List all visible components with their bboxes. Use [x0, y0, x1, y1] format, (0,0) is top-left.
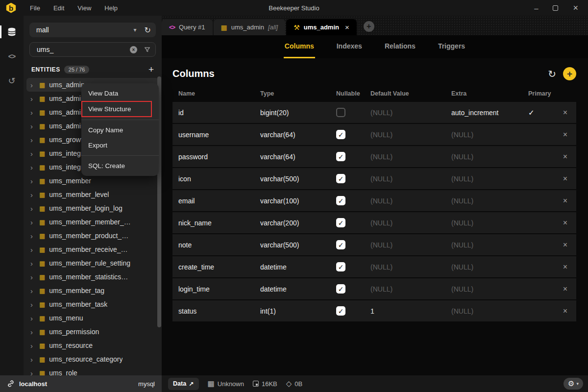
chevron-right-icon[interactable]: ›	[30, 369, 35, 376]
chevron-right-icon[interactable]: ›	[30, 273, 35, 281]
nullable-checkbox[interactable]: ✓	[336, 196, 345, 205]
clear-filter-button[interactable]: ×	[130, 46, 137, 53]
sidebar-item-ums_role[interactable]: ›▦ums_role	[26, 366, 159, 375]
chevron-right-icon[interactable]: ›	[30, 95, 35, 103]
rail-queries-button[interactable]: <>	[0, 46, 24, 67]
table-filter-input[interactable]	[37, 46, 130, 53]
menu-view[interactable]: View	[77, 4, 91, 12]
rail-connections-button[interactable]	[0, 22, 24, 42]
chevron-right-icon[interactable]: ›	[30, 259, 35, 268]
chevron-right-icon[interactable]: ›	[30, 163, 35, 172]
sidebar-item-ums_member[interactable]: ›▦ums_member	[26, 174, 159, 188]
nullable-checkbox[interactable]: ✓	[336, 152, 345, 161]
sidebar-item-ums_member_statistics_info[interactable]: ›▦ums_member_statistics_info	[26, 270, 159, 284]
context-menu-item-sql-create[interactable]: SQL: Create	[81, 158, 159, 173]
remove-column-button[interactable]: ×	[563, 152, 576, 161]
column-row-login_time[interactable]: login_timedatetime✓(NULL)(NULL)×	[172, 278, 576, 299]
remove-column-button[interactable]: ×	[563, 108, 576, 117]
sidebar-item-ums_member_product_category_relation[interactable]: ›▦ums_member_product_category_relation	[26, 229, 159, 243]
remove-column-button[interactable]: ×	[563, 174, 576, 183]
chevron-right-icon[interactable]: ›	[30, 204, 35, 213]
context-menu-item-copy-name[interactable]: Copy Name	[81, 122, 159, 138]
chevron-right-icon[interactable]: ›	[30, 245, 35, 254]
tab-triggers[interactable]: Triggers	[437, 35, 466, 58]
sidebar-item-ums_member_task[interactable]: ›▦ums_member_task	[26, 297, 159, 311]
new-tab-button[interactable]: +	[364, 21, 374, 32]
column-row-id[interactable]: idbigint(20)(NULL)auto_increment✓×	[172, 102, 576, 123]
add-entity-button[interactable]: +	[148, 65, 154, 74]
chevron-right-icon[interactable]: ›	[30, 314, 35, 322]
nullable-checkbox[interactable]: ✓	[336, 240, 345, 249]
chevron-right-icon[interactable]: ›	[30, 328, 35, 336]
data-link-button[interactable]: Data ↗	[168, 378, 199, 390]
tab-query-1[interactable]: <>Query #1	[162, 19, 213, 35]
chevron-right-icon[interactable]: ›	[30, 177, 35, 185]
rail-history-button[interactable]: ↺	[0, 71, 24, 91]
sidebar-item-ums_member_rule_setting[interactable]: ›▦ums_member_rule_setting	[26, 256, 159, 270]
chevron-right-icon[interactable]: ›	[30, 355, 35, 364]
nullable-checkbox[interactable]: ✓	[336, 174, 345, 183]
sidebar-item-ums_permission[interactable]: ›▦ums_permission	[26, 325, 159, 339]
remove-column-button[interactable]: ×	[563, 263, 576, 271]
maximize-button[interactable]	[553, 5, 558, 11]
nullable-checkbox[interactable]	[336, 108, 345, 117]
refresh-database-button[interactable]: ↻	[145, 25, 151, 35]
nullable-checkbox[interactable]: ✓	[336, 130, 345, 139]
sidebar-item-ums_member_receive_address[interactable]: ›▦ums_member_receive_address	[26, 243, 159, 256]
tab-ums-admin[interactable]: ▦ums_admin[all]	[214, 19, 286, 35]
chevron-right-icon[interactable]: ›	[30, 342, 35, 350]
chevron-right-icon[interactable]: ›	[30, 287, 35, 295]
add-column-button[interactable]: +	[563, 67, 576, 80]
close-tab-button[interactable]: ×	[345, 23, 349, 31]
tab-columns[interactable]: Columns	[284, 35, 315, 58]
context-menu-item-view-structure[interactable]: View Structure	[81, 101, 152, 117]
column-row-username[interactable]: usernamevarchar(64)✓(NULL)(NULL)×	[172, 124, 576, 145]
minimize-button[interactable]: –	[534, 4, 538, 12]
column-row-password[interactable]: passwordvarchar(64)✓(NULL)(NULL)×	[172, 146, 576, 167]
menu-help[interactable]: Help	[104, 4, 118, 12]
remove-column-button[interactable]: ×	[563, 241, 576, 249]
nullable-checkbox[interactable]: ✓	[336, 306, 345, 316]
remove-column-button[interactable]: ×	[563, 196, 576, 205]
sidebar-item-ums_menu[interactable]: ›▦ums_menu	[26, 311, 159, 325]
chevron-right-icon[interactable]: ›	[30, 149, 35, 158]
tab-indexes[interactable]: Indexes	[336, 35, 363, 58]
menu-file[interactable]: File	[30, 4, 40, 12]
sidebar-item-ums_member_login_log[interactable]: ›▦ums_member_login_log	[26, 201, 159, 215]
chevron-right-icon[interactable]: ›	[30, 81, 35, 89]
sidebar-item-ums_member_member_tag_relation[interactable]: ›▦ums_member_member_tag_relation	[26, 215, 159, 229]
column-row-note[interactable]: notevarchar(500)✓(NULL)(NULL)×	[172, 234, 576, 255]
column-row-create_time[interactable]: create_timedatetime✓(NULL)(NULL)×	[172, 256, 576, 277]
nullable-checkbox[interactable]: ✓	[336, 262, 345, 271]
column-row-icon[interactable]: iconvarchar(500)✓(NULL)(NULL)×	[172, 168, 576, 189]
column-row-nick_name[interactable]: nick_namevarchar(200)✓(NULL)(NULL)×	[172, 212, 576, 233]
remove-column-button[interactable]: ×	[563, 130, 576, 139]
close-button[interactable]: ×	[573, 3, 578, 12]
refresh-columns-button[interactable]: ↻	[548, 68, 556, 80]
remove-column-button[interactable]: ×	[563, 219, 576, 227]
menu-edit[interactable]: Edit	[53, 4, 64, 12]
sidebar-item-ums_resource_category[interactable]: ›▦ums_resource_category	[26, 352, 159, 366]
sidebar-item-ums_member_tag[interactable]: ›▦ums_member_tag	[26, 284, 159, 297]
remove-column-button[interactable]: ×	[563, 307, 576, 316]
chevron-right-icon[interactable]: ›	[30, 218, 35, 226]
chevron-right-icon[interactable]: ›	[30, 191, 35, 199]
column-row-email[interactable]: emailvarchar(100)✓(NULL)(NULL)×	[172, 190, 576, 211]
chevron-right-icon[interactable]: ›	[30, 108, 35, 117]
nullable-checkbox[interactable]: ✓	[336, 218, 345, 227]
connection-status[interactable]: localhost mysql	[0, 375, 162, 392]
nullable-checkbox[interactable]: ✓	[336, 284, 345, 294]
filter-icon[interactable]	[144, 47, 150, 53]
chevron-right-icon[interactable]: ›	[30, 232, 35, 240]
chevron-right-icon[interactable]: ›	[30, 122, 35, 130]
tab-relations[interactable]: Relations	[384, 35, 416, 58]
database-select[interactable]: mall ▾ ↻	[29, 23, 156, 37]
sidebar-item-ums_member_level[interactable]: ›▦ums_member_level	[26, 188, 159, 201]
context-menu-item-view-data[interactable]: View Data	[81, 86, 159, 101]
context-menu-item-export[interactable]: Export	[81, 138, 159, 153]
settings-button[interactable]: ⚙ ▾	[564, 378, 583, 390]
sidebar-item-ums_resource[interactable]: ›▦ums_resource	[26, 339, 159, 352]
remove-column-button[interactable]: ×	[563, 285, 576, 294]
chevron-right-icon[interactable]: ›	[30, 136, 35, 144]
column-row-status[interactable]: statusint(1)✓1(NULL)×	[172, 300, 576, 321]
